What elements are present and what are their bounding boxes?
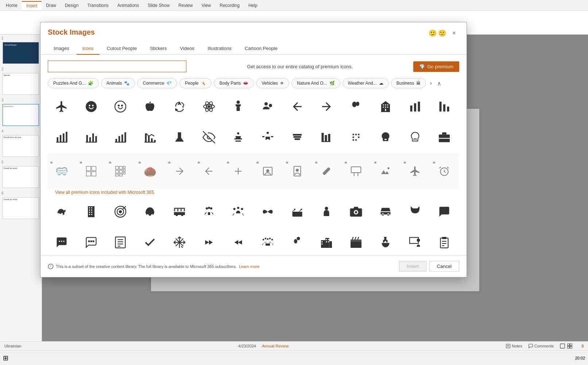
icon-chart-asc[interactable]	[107, 123, 134, 151]
icon-crowd1[interactable]	[195, 198, 223, 226]
tab-recording[interactable]: Recording	[215, 1, 244, 9]
icon-large-crowd[interactable]	[254, 228, 282, 253]
icon-brain1[interactable]	[372, 123, 399, 151]
icon-premium-plus[interactable]	[224, 157, 252, 185]
icon-camera[interactable]	[342, 198, 370, 226]
tab-illustrations[interactable]: Illustrations	[202, 43, 237, 55]
tab-insert[interactable]: Insert	[22, 1, 42, 10]
icon-premium-arrow-left[interactable]	[195, 157, 223, 185]
icon-snowflake[interactable]	[166, 228, 193, 253]
tab-cutout-people[interactable]: Cutout People	[101, 43, 143, 55]
icon-building[interactable]	[372, 93, 399, 120]
icon-chat-bubble[interactable]	[430, 198, 458, 226]
icon-balloons[interactable]	[342, 93, 370, 120]
notes-button[interactable]: Notes	[506, 343, 522, 349]
icon-person-balloon[interactable]	[283, 228, 311, 253]
icon-dinosaur[interactable]	[48, 198, 76, 226]
icon-premium-landscape[interactable]	[372, 157, 399, 185]
cat-weather[interactable]: Weather And... ☁	[343, 78, 389, 88]
icon-premium-billboard[interactable]	[342, 157, 370, 185]
icon-eye-hidden[interactable]	[195, 123, 223, 151]
cat-business[interactable]: Business 🏛	[391, 78, 426, 88]
icon-chevrons-right[interactable]	[195, 228, 223, 253]
sad-icon[interactable]: 🙁	[438, 29, 446, 37]
close-button[interactable]: ×	[449, 28, 459, 38]
icon-butterfly[interactable]	[254, 198, 282, 226]
icon-premium-glasses[interactable]: 🥽	[48, 157, 76, 185]
icon-city-buildings[interactable]	[313, 228, 340, 253]
icon-premium-person-card[interactable]	[254, 157, 282, 185]
cat-body-parts[interactable]: Body Parts 👄	[214, 78, 254, 88]
premium-link[interactable]: View all premium icons included with Mic…	[48, 190, 459, 195]
tab-videos[interactable]: Videos	[174, 43, 200, 55]
icon-premium-bandage[interactable]	[313, 157, 340, 185]
scroll-right-arrow[interactable]: ›	[428, 78, 433, 88]
comments-button[interactable]: Comments	[528, 343, 554, 349]
icon-recycle[interactable]	[166, 93, 193, 120]
cat-commerce[interactable]: Commerce 💎	[137, 78, 177, 88]
icon-premium-acorn[interactable]: 🌰	[136, 157, 164, 185]
cat-vehicles[interactable]: Vehicles ✈	[256, 78, 289, 88]
cancel-button[interactable]: Cancel	[429, 261, 459, 272]
icon-briefcase[interactable]	[430, 123, 458, 151]
icon-apple[interactable]	[136, 93, 164, 120]
icon-premium-grid2[interactable]	[107, 157, 134, 185]
icon-bus[interactable]	[166, 198, 193, 226]
icon-weightlifter[interactable]	[254, 123, 282, 151]
cat-puzzles[interactable]: Puzzles And G... 🧩	[48, 78, 99, 88]
icon-chart-down[interactable]	[136, 123, 164, 151]
learn-more-link[interactable]: Learn more	[239, 264, 259, 269]
icon-eagle[interactable]	[136, 198, 164, 226]
icon-airplane[interactable]	[48, 93, 76, 120]
icon-spy[interactable]	[254, 93, 282, 120]
slide-thumb-2[interactable]: Agenda	[3, 73, 39, 95]
icon-skyscraper[interactable]	[77, 198, 105, 226]
icon-chart-mixed[interactable]	[77, 123, 105, 151]
slide-thumb-5[interactable]: Growth by sector	[3, 166, 39, 188]
tab-slideshow[interactable]: Slide Show	[143, 1, 174, 9]
smiley-icon[interactable]: 🙂	[429, 29, 437, 37]
tab-help[interactable]: Help	[244, 1, 262, 9]
icon-premium-alarm[interactable]	[430, 157, 458, 185]
icon-cake[interactable]	[283, 198, 311, 226]
tab-stickers[interactable]: Stickers	[144, 43, 173, 55]
icon-baby[interactable]	[224, 93, 252, 120]
tab-draw[interactable]: Draw	[42, 1, 61, 9]
icon-checkmark[interactable]	[136, 228, 164, 253]
icon-person-mic[interactable]	[313, 198, 340, 226]
cat-people[interactable]: People 🤸	[179, 78, 212, 88]
icon-premium-plane[interactable]	[401, 157, 429, 185]
icon-car[interactable]	[372, 198, 399, 226]
icon-book-chart[interactable]	[313, 123, 340, 151]
icon-checklist[interactable]	[107, 228, 134, 253]
icon-arrow-forward[interactable]	[313, 93, 340, 120]
slide-thumb-3[interactable]: Introduction	[3, 104, 39, 126]
tab-cartoon-people[interactable]: Cartoon People	[239, 43, 283, 55]
icon-clipboard[interactable]	[430, 228, 458, 253]
tab-transitions[interactable]: Transitions	[83, 1, 113, 9]
slide-thumb-1[interactable]: Annual Review	[3, 42, 39, 64]
icon-desk-work[interactable]	[224, 123, 252, 151]
tab-home[interactable]: Home	[1, 1, 22, 9]
scroll-up-arrow[interactable]: ∧	[436, 78, 443, 88]
icon-chart-desc[interactable]	[48, 123, 76, 151]
icon-premium-arrow-right[interactable]	[166, 157, 193, 185]
icon-crowd2[interactable]	[224, 198, 252, 226]
search-input[interactable]	[48, 61, 186, 72]
icon-arrow-back[interactable]	[283, 93, 311, 120]
icon-clapperboard[interactable]	[342, 228, 370, 253]
cat-animals[interactable]: Animals 🐾	[101, 78, 135, 88]
cat-nature[interactable]: Nature And O... 🌿	[291, 78, 340, 88]
go-premium-button[interactable]: 💎 Go premium	[413, 61, 459, 72]
icon-chat-dots2[interactable]	[77, 228, 105, 253]
icon-smiley2[interactable]	[107, 93, 134, 120]
normal-view-icon[interactable]	[560, 343, 565, 349]
icon-applause[interactable]	[372, 228, 399, 253]
icon-cat[interactable]	[401, 198, 429, 226]
grid-view-icon[interactable]	[567, 343, 573, 349]
icon-target[interactable]	[107, 198, 134, 226]
icon-barchart2[interactable]	[430, 93, 458, 120]
insert-button[interactable]: Insert	[399, 261, 426, 272]
start-button[interactable]: ⊞	[3, 354, 8, 362]
tab-animations[interactable]: Animations	[113, 1, 143, 9]
